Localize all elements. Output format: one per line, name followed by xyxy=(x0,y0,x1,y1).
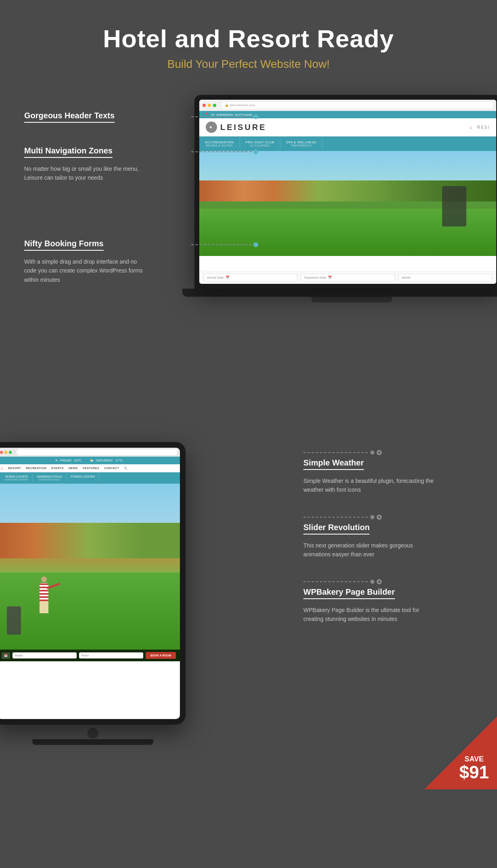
tablet-date-icon: 📅 xyxy=(2,652,10,659)
tablet-main-nav: ⌂ RESORT RECREATION EVENTS NEWS FEATURES… xyxy=(0,464,180,472)
browser-dot-green xyxy=(213,104,216,107)
golfer-legs xyxy=(40,601,48,613)
nav-item-accommodation: ACCOMODATIONROOMS & SUITES xyxy=(199,139,240,149)
tablet-book-btn[interactable]: Book a Room xyxy=(146,652,176,659)
browser-bar: 🔒 leisuretheme.com xyxy=(199,100,496,111)
laptop-section: Gorgeous Header Texts Multi Navigation Z… xyxy=(0,87,497,402)
tablet-nav-resort: RESORT xyxy=(8,467,21,470)
sub-nav-tennis: TENNIS COURTSOUTDOOR COURTS xyxy=(1,474,33,482)
weather-saturday-text: SATURDAY xyxy=(96,459,113,462)
slider-connector xyxy=(303,515,473,520)
golf-scene xyxy=(199,151,496,256)
feature-desc-2: No matter how big or small you like the … xyxy=(24,164,145,182)
slider-dot2 xyxy=(377,515,382,520)
tablet-body: ☀ FRIDAY 24°C ⛅ SATURDAY 17°C ⌂ RESORT R… xyxy=(0,442,186,725)
wpbakery-connector xyxy=(303,579,473,584)
tablet-nav-recreation: RECREATION xyxy=(26,467,46,470)
tablet-sub-nav: TENNIS COURTSOUTDOOR COURTS SWIMMING POO… xyxy=(0,472,180,484)
hero-subtitle: Build Your Perfect Website Now! xyxy=(8,58,489,71)
adults-label: Adults xyxy=(402,276,411,279)
tablet-home-icon: ⌂ xyxy=(1,466,3,470)
feature-desc-slider: This next generation slider makes gorgeo… xyxy=(303,541,441,559)
wpbakery-dash xyxy=(303,581,368,582)
slider-dot xyxy=(370,515,374,519)
weather-icon-sun: ☀ xyxy=(55,459,58,462)
tablet-nav-search: 🔍 xyxy=(124,467,128,470)
url-text: 🔒 leisuretheme.com xyxy=(225,103,255,107)
logo-icon: ✦ xyxy=(206,122,217,133)
tablet-hero-image: 📅 Adults Room Book a Room xyxy=(0,484,180,661)
tablet-room-field[interactable]: Room xyxy=(79,652,143,658)
site-hero-image xyxy=(199,151,496,256)
golfer-body xyxy=(40,583,48,601)
browser-url: 🔒 leisuretheme.com xyxy=(221,102,493,109)
tablet-section: ☀ FRIDAY 24°C ⛅ SATURDAY 17°C ⌂ RESORT R… xyxy=(0,426,497,789)
logo-bar: ✦ LEISURE ⌂ RESI xyxy=(199,118,496,136)
slider-dash xyxy=(303,517,368,518)
tablet-screen: ☀ FRIDAY 24°C ⛅ SATURDAY 17°C ⌂ RESORT R… xyxy=(0,448,180,719)
save-amount: $91 xyxy=(459,763,489,781)
tablet-home-button xyxy=(87,727,99,739)
weather-friday-temp: 24°C xyxy=(74,459,81,462)
save-badge: SAVE $91 xyxy=(459,755,489,781)
logo-text: LEISURE xyxy=(220,123,267,132)
feature-simple-weather: Simple Weather Simple Weather is a beaut… xyxy=(303,450,473,495)
feature-multi-nav: Multi Navigation Zones No matter how big… xyxy=(24,146,178,182)
weather-connector xyxy=(303,450,473,455)
tablet-golf-scene: 📅 Adults Room Book a Room xyxy=(0,484,180,661)
golf-equipment xyxy=(394,186,466,251)
laptop-screen: 🔒 leisuretheme.com 📍 ST. ANDREWS, SCOTLA… xyxy=(199,100,496,284)
feature-title-weather: Simple Weather xyxy=(303,458,364,470)
sub-nav-extra: FITNESS CENTER xyxy=(67,474,99,482)
tablet-fairway xyxy=(0,572,180,661)
weather-saturday-temp: 17°C xyxy=(115,459,123,462)
hero-section: Hotel and Resort Ready Build Your Perfec… xyxy=(0,0,497,87)
laptop-stand xyxy=(311,297,392,302)
wpbakery-dot xyxy=(370,580,374,584)
golfer-figure xyxy=(34,577,54,617)
tablet-room-label: Room xyxy=(81,654,89,657)
tablet-nav-contact: CONTACT xyxy=(104,467,119,470)
tablet-adults-field[interactable]: Adults xyxy=(13,652,77,658)
tablet-booking-bar: 📅 Adults Room Book a Room xyxy=(0,650,180,661)
feature-desc-3: With a simple drag and drop interface an… xyxy=(24,257,145,284)
golfer-head xyxy=(41,577,47,582)
tab-dot-red xyxy=(0,451,3,454)
weather-friday: ☀ FRIDAY 24°C xyxy=(55,459,81,462)
tablet-nav-features: FEATURES xyxy=(83,467,99,470)
site-logo: ✦ LEISURE xyxy=(206,122,267,133)
connector-dot-3 xyxy=(253,242,258,247)
feature-title-wpbakery: WPBakery Page Builder xyxy=(303,587,395,599)
feature-title-3: Nifty Booking Forms xyxy=(24,239,104,251)
browser-dot-red xyxy=(203,104,206,107)
site-nav: ACCOMODATIONROOMS & SUITES PRO GOLF CLUB… xyxy=(199,136,496,151)
feature-desc-wpbakery: WPBakery Page Builder is the ultimate to… xyxy=(303,606,441,624)
feature-nifty-booking: Nifty Booking Forms With a simple drag a… xyxy=(24,239,178,284)
wpbakery-dot2 xyxy=(377,579,382,584)
tablet-adults-label: Adults xyxy=(15,654,23,657)
arrival-date-field[interactable]: Arrival Date 📅 xyxy=(203,274,297,281)
tablet-weather-bar: ☀ FRIDAY 24°C ⛅ SATURDAY 17°C xyxy=(0,457,180,464)
departure-date-label: Departure Date xyxy=(304,276,326,279)
feature-wpbakery: WPBakery Page Builder WPBakery Page Buil… xyxy=(303,579,473,624)
tab-dot-green xyxy=(9,451,12,454)
feature-gorgeous-header: Gorgeous Header Texts xyxy=(24,111,178,126)
laptop-mockup: 🔒 leisuretheme.com 📍 ST. ANDREWS, SCOTLA… xyxy=(194,95,497,361)
tablet-golf-bag xyxy=(7,606,21,635)
connector-dot-1 xyxy=(253,114,258,119)
weather-dot xyxy=(370,451,374,455)
arrival-date-label: Arrival Date xyxy=(207,276,224,279)
departure-date-field[interactable]: Departure Date 📅 xyxy=(301,274,395,281)
home-icon: ⌂ xyxy=(470,125,472,130)
feature-title-2: Multi Navigation Zones xyxy=(24,146,113,158)
laptop-base xyxy=(182,289,497,297)
feature-title-1: Gorgeous Header Texts xyxy=(24,111,115,123)
weather-friday-text: FRIDAY xyxy=(60,459,72,462)
feature-title-slider: Slider Revolution xyxy=(303,523,370,535)
tablet-stand xyxy=(32,739,153,745)
feature-labels-left: Gorgeous Header Texts Multi Navigation Z… xyxy=(24,111,178,296)
connector-dot-2 xyxy=(253,149,258,154)
adults-field[interactable]: Adults xyxy=(398,274,492,281)
tablet-browser-bar xyxy=(0,448,180,457)
resort-text: RESI xyxy=(477,125,490,130)
